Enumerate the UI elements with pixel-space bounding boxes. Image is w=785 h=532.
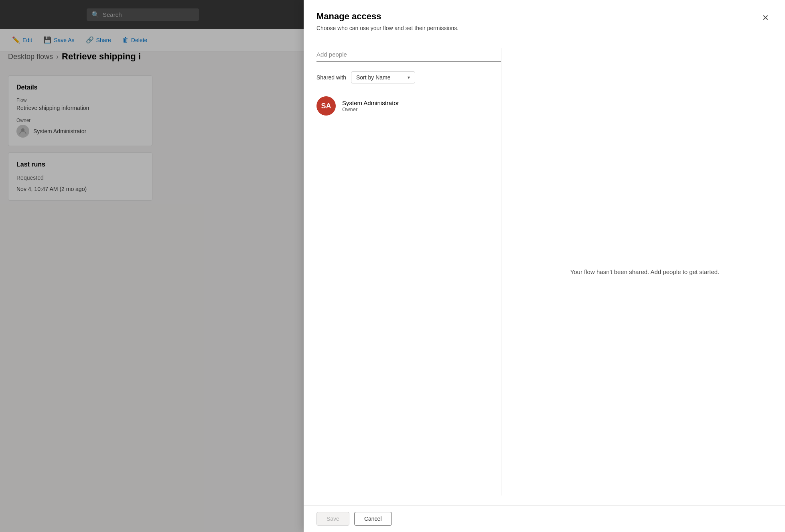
modal-header: Manage access Choose who can use your fl… [304,0,785,38]
close-icon: ✕ [762,13,769,22]
right-section: Your flow hasn't been shared. Add people… [501,48,772,495]
add-people-input[interactable] [316,48,501,62]
user-role: Owner [342,106,399,112]
left-section: Shared with Sort by Name ▾ SA System Adm… [316,48,501,495]
modal-title: Manage access [316,11,458,22]
sort-dropdown-text: Sort by Name [356,74,404,81]
user-name: System Administrator [342,99,399,106]
save-button[interactable]: Save [316,512,349,526]
user-info: System Administrator Owner [342,99,399,112]
modal-footer: Save Cancel [304,505,785,532]
cancel-button[interactable]: Cancel [354,512,392,526]
sort-dropdown[interactable]: Sort by Name ▾ [351,71,415,83]
modal-close-button[interactable]: ✕ [759,11,772,24]
chevron-down-icon: ▾ [408,75,410,80]
empty-message: Your flow hasn't been shared. Add people… [570,268,720,275]
modal-subtitle: Choose who can use your flow and set the… [316,25,458,31]
user-entry: SA System Administrator Owner [316,91,501,120]
modal-panel: Manage access Choose who can use your fl… [304,0,785,532]
user-avatar-initials: SA [321,102,331,110]
user-avatar: SA [316,96,336,116]
shared-with-row: Shared with Sort by Name ▾ [316,71,501,83]
shared-with-label: Shared with [316,74,346,81]
modal-body: Shared with Sort by Name ▾ SA System Adm… [304,38,785,505]
